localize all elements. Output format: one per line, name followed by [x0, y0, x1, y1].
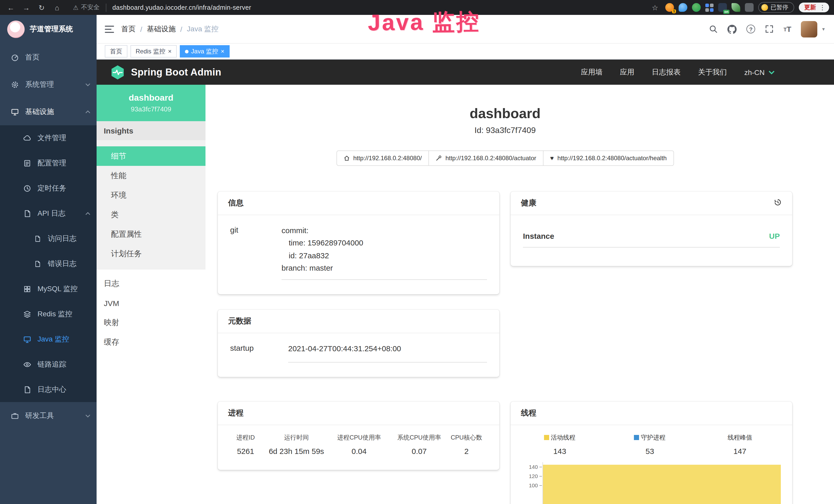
sidebar-toggle-icon[interactable] [105, 25, 114, 32]
breadcrumb-item[interactable]: 首页 [121, 24, 136, 33]
sidebar-item-label: 访问日志 [48, 234, 90, 243]
sidebar-menu: 首页 系统管理 基础设施 文件管理 [0, 44, 96, 504]
sba-nav-applications[interactable]: 应用 [611, 68, 643, 77]
tab-home[interactable]: 首页 [105, 45, 127, 58]
update-label: 更新 [804, 4, 816, 11]
browser-extension-icon[interactable] [679, 3, 687, 12]
font-size-icon[interactable]: TT [784, 25, 791, 33]
sba-menu-details[interactable]: 细节 [96, 146, 205, 166]
sidebar-item-api-logs[interactable]: API 日志 [0, 201, 96, 226]
browser-extension-grid-icon[interactable] [705, 3, 714, 12]
edit-document-icon [23, 159, 31, 167]
sba-menu-metrics[interactable]: 性能 [96, 166, 205, 185]
sidebar-item-label: 日志中心 [38, 385, 90, 394]
instance-links: http://192.168.0.2:48080/ http://192.168… [218, 151, 792, 166]
sidebar-item-log-center[interactable]: 日志中心 [0, 377, 96, 402]
close-icon[interactable]: × [168, 48, 172, 54]
sba-brand[interactable]: Spring Boot Admin [110, 65, 221, 80]
metadata-row-startup: startup 2021-04-27T00:44:31.254+08:00 [230, 343, 487, 363]
sba-menu-classes[interactable]: 类 [96, 205, 205, 224]
sidebar-item-infrastructure[interactable]: 基础设施 [0, 98, 96, 125]
tab-java-monitor[interactable]: Java 监控 × [180, 45, 229, 58]
fullscreen-icon[interactable] [765, 25, 774, 33]
page-title: dashboard [218, 104, 792, 123]
forward-icon[interactable]: → [21, 2, 32, 13]
clock-icon [23, 184, 31, 192]
sba-menu-jvm[interactable]: JVM [96, 293, 205, 313]
sidebar-item-error-logs[interactable]: 错误日志 [0, 251, 96, 276]
sidebar-item-label: API 日志 [38, 209, 85, 218]
breadcrumb-current: Java 监控 [187, 24, 219, 33]
heartbeat-icon: ♥ [550, 155, 554, 162]
chrome-update-button[interactable]: 更新 ⋮ [798, 3, 829, 12]
sidebar-item-scheduled-jobs[interactable]: 定时任务 [0, 176, 96, 201]
sidebar-item-file-management[interactable]: 文件管理 [0, 125, 96, 151]
user-avatar[interactable] [801, 21, 817, 37]
sidebar-item-devtools[interactable]: 研发工具 [0, 402, 96, 429]
service-url-link[interactable]: http://192.168.0.2:48080/ [336, 151, 429, 166]
chevron-down-icon[interactable]: ▾ [822, 26, 825, 32]
reload-icon[interactable]: ↻ [36, 2, 47, 13]
sba-menu-mappings[interactable]: 映射 [96, 313, 205, 332]
chart-y-axis: 140 120 100 [515, 462, 543, 504]
document-icon [33, 235, 42, 242]
breadcrumb-item[interactable]: 基础设施 [147, 24, 176, 33]
browser-extension-leaf-icon[interactable] [731, 3, 740, 12]
health-instance-row[interactable]: Instance UP [523, 226, 780, 248]
locale-selector[interactable]: zh-CN [736, 68, 774, 76]
sba-menu-scheduled-tasks[interactable]: 计划任务 [96, 244, 205, 264]
sidebar-item-access-logs[interactable]: 访问日志 [0, 226, 96, 251]
browser-menu-icon[interactable]: ⋮ [819, 4, 826, 11]
help-icon[interactable]: ? [746, 25, 755, 33]
instance-id-line: Id: 93a3fc7f7409 [218, 124, 792, 137]
home-icon[interactable]: ⌂ [51, 2, 63, 13]
sba-menu-config-props[interactable]: 配置属性 [96, 224, 205, 244]
sba-nav-about[interactable]: 关于我们 [689, 68, 736, 77]
sidebar-item-system[interactable]: 系统管理 [0, 71, 96, 98]
sba-menu-environment[interactable]: 环境 [96, 185, 205, 205]
browser-extension-icon[interactable]: 1 [665, 3, 674, 12]
profile-avatar-icon [761, 4, 768, 11]
search-icon[interactable] [709, 25, 718, 33]
bookmark-star-icon[interactable]: ☆ [649, 2, 661, 13]
sba-menu-logs[interactable]: 日志 [96, 274, 205, 293]
info-key: git [230, 224, 282, 280]
app-logo[interactable]: 芋道管理系统 [0, 15, 96, 44]
sba-nav-wallboard[interactable]: 应用墙 [572, 68, 611, 77]
process-col-cpus: CPU核心数 2 [447, 434, 486, 456]
sidebar-item-java-monitor[interactable]: Java 监控 [0, 327, 96, 352]
app-title: 芋道管理系统 [30, 25, 73, 34]
app-logo-image [7, 21, 25, 38]
tab-redis-monitor[interactable]: Redis 监控 × [130, 45, 177, 58]
history-icon[interactable] [774, 198, 782, 208]
health-url-link[interactable]: ♥ http://192.168.0.2:48080/actuator/heal… [543, 151, 674, 166]
sidebar-item-label: Java 监控 [38, 335, 90, 344]
sidebar-item-config-management[interactable]: 配置管理 [0, 151, 96, 176]
annotation-text: Java 监控 [368, 7, 480, 38]
process-card: 进程 进程ID 5261 运行时间 [218, 402, 499, 470]
sidebar-item-tracing[interactable]: 链路追踪 [0, 352, 96, 377]
warning-icon: ⚠ [73, 4, 79, 11]
extensions-puzzle-icon[interactable] [745, 3, 753, 12]
actuator-url-link[interactable]: http://192.168.0.2:48080/actuator [429, 151, 544, 166]
link-label: http://192.168.0.2:48080/ [353, 155, 422, 162]
back-icon[interactable]: ← [5, 2, 17, 13]
close-icon[interactable]: × [221, 48, 224, 54]
browser-extension-icon[interactable] [692, 3, 701, 12]
tab-label: Java 监控 [191, 47, 218, 56]
instance-header[interactable]: dashboard 93a3fc7f7409 [96, 85, 205, 121]
site-security[interactable]: ⚠ 不安全 [73, 3, 100, 12]
github-icon[interactable] [727, 24, 737, 33]
sba-menu-caches[interactable]: 缓存 [96, 332, 205, 352]
paused-label: 已暂停 [771, 4, 788, 11]
sidebar-item-redis-monitor[interactable]: Redis 监控 [0, 301, 96, 327]
sidebar-item-label: 首页 [25, 53, 90, 62]
browser-extension-icon[interactable]: on [718, 3, 727, 12]
sba-nav-journal[interactable]: 日志报表 [643, 68, 689, 77]
profile-paused-chip[interactable]: 已暂停 [758, 2, 794, 13]
health-card: 健康 Instance UP [511, 191, 792, 266]
sidebar-item-home[interactable]: 首页 [0, 44, 96, 71]
sidebar-item-mysql-monitor[interactable]: MySQL 监控 [0, 276, 96, 301]
layers-icon [23, 310, 31, 318]
sidebar-item-label: 研发工具 [25, 411, 85, 420]
